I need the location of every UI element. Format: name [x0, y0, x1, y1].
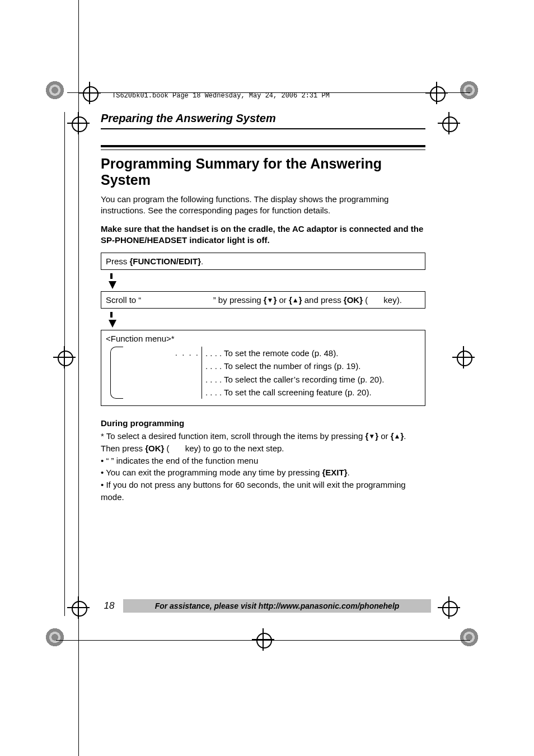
reg-cross-br [438, 596, 460, 619]
crop-mark-br [459, 627, 479, 647]
arrow-stem-1 [110, 273, 113, 279]
arrow-down-icon [109, 281, 116, 289]
bullet-1: * To select a desired function item, scr… [101, 430, 425, 455]
bullet-2: • “ ” indicates the end of the function … [101, 455, 425, 467]
step1-a: Press [106, 256, 130, 266]
bullet-3: • You can exit the programming mode any … [101, 466, 425, 479]
function-rows: . . . . To set the remote code (p. 48). … [205, 347, 420, 399]
func-row-2: . . . . To select the number of rings (p… [205, 360, 420, 372]
intro-text: You can program the following functions.… [101, 194, 425, 217]
bullet-4: • If you do not press any buttons for 60… [101, 479, 425, 503]
section-heading: Preparing the Answering System [101, 112, 425, 129]
reg-cross-right [452, 346, 475, 368]
down-arrow-icon: ▼ [267, 296, 274, 304]
reg-cross-tr [438, 112, 460, 134]
func-row-4: . . . . To set the call screening featur… [205, 386, 420, 399]
crop-mark-tr [459, 80, 479, 100]
up-arrow-icon-2: ▲ [394, 432, 401, 441]
function-menu-box: <Function menu>* . . . . . . . . To set … [101, 330, 425, 406]
step2-b: ” by pressing [213, 295, 264, 305]
crop-vline-left2 [64, 112, 65, 616]
step2-d: ( [363, 295, 368, 305]
step1-b: . [201, 256, 203, 266]
warning-text: Make sure that the handset is on the cra… [101, 223, 425, 246]
step1-box: Press {FUNCTION/EDIT}. [101, 253, 425, 270]
left-dots: . . . . [175, 348, 199, 357]
reg-cross-bottom [252, 628, 274, 651]
crop-vline-left [78, 0, 79, 756]
crop-hline-bottom [56, 640, 470, 641]
rule-thick [101, 145, 425, 147]
function-edit-key: {FUNCTION/EDIT} [130, 256, 202, 266]
crop-mark-tl [45, 80, 65, 100]
function-menu-header: <Function menu>* [106, 334, 420, 343]
running-head: TS620bk01.book Page 18 Wednesday, May 24… [112, 92, 330, 100]
step2-or: or [277, 295, 289, 305]
reg-cross-top2 [78, 82, 101, 104]
step2-box: Scroll to “ ” by pressing {▼} or {▲} and… [101, 291, 425, 309]
arrow-stem-2 [110, 312, 113, 318]
reg-cross-top [425, 82, 448, 104]
bullets: * To select a desired function item, scr… [101, 430, 425, 503]
func-row-3: . . . . To select the caller’s recording… [205, 373, 420, 386]
step2-e: key). [381, 295, 402, 305]
divider-line [202, 347, 202, 399]
crop-mark-bl [45, 627, 65, 647]
rule-thin [101, 150, 425, 150]
func-row-1: . . . . To set the remote code (p. 48). [205, 347, 420, 360]
footer-bar: For assistance, please visit http://www.… [123, 599, 431, 613]
arrow-down-icon-2 [109, 320, 116, 328]
step2-a: Scroll to “ [106, 295, 141, 305]
page-title: Programming Summary for the Answering Sy… [101, 156, 425, 188]
during-heading: During programming [101, 418, 425, 428]
ok-key: {OK} [344, 295, 363, 305]
step2-c: and press [302, 295, 344, 305]
bracket-icon [110, 347, 123, 399]
page-number: 18 [95, 600, 123, 612]
footer: 18 For assistance, please visit http://w… [95, 599, 431, 613]
up-arrow-icon: ▲ [292, 296, 299, 304]
down-arrow-icon-2: ▼ [368, 432, 375, 441]
